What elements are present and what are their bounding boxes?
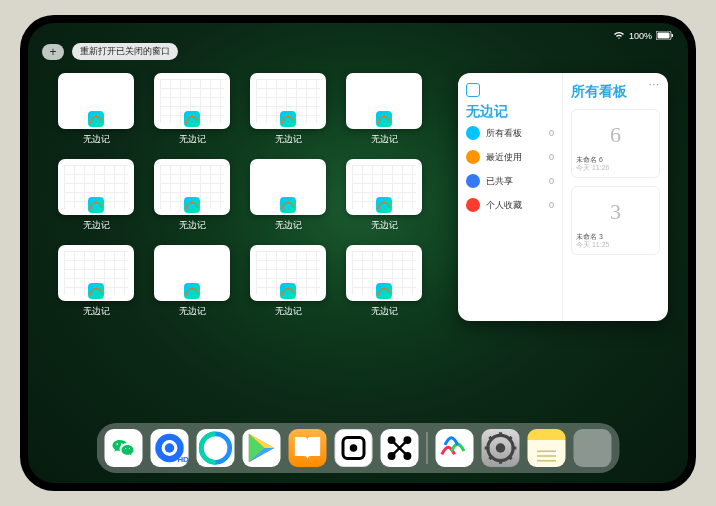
die-icon[interactable] [335, 429, 373, 467]
window-thumb[interactable]: 无边记 [58, 73, 134, 153]
freeform-panel[interactable]: ··· 无边记 所有看板0最近使用0已共享0个人收藏0 所有看板 6未命名 6今… [458, 73, 668, 321]
thumb-label: 无边记 [275, 305, 302, 318]
window-thumb[interactable]: 无边记 [250, 73, 326, 153]
connect-icon[interactable] [381, 429, 419, 467]
window-thumb[interactable]: 无边记 [250, 159, 326, 239]
panel-app-icon [466, 83, 480, 97]
thumb-label: 无边记 [83, 305, 110, 318]
sidebar-item-icon [466, 174, 480, 188]
qq-hd-icon[interactable]: HD [151, 429, 189, 467]
board-info: 未命名 3今天 11:25 [576, 233, 655, 250]
notes-icon[interactable] [528, 429, 566, 467]
freeform-icon [184, 111, 200, 127]
settings-icon[interactable] [482, 429, 520, 467]
panel-boards: 所有看板 6未命名 6今天 11:263未命名 3今天 11:25 [563, 73, 668, 321]
workspace: 无边记无边记无边记无边记无边记无边记无边记无边记无边记无边记无边记无边记 ···… [28, 69, 688, 413]
freeform-icon [88, 111, 104, 127]
thumb-label: 无边记 [179, 305, 206, 318]
svg-line-22 [508, 456, 511, 459]
sidebar-item-label: 个人收藏 [486, 199, 543, 212]
panel-more[interactable]: ··· [649, 79, 660, 90]
thumb-label: 无边记 [371, 305, 398, 318]
window-thumb[interactable]: 无边记 [58, 159, 134, 239]
sidebar-item-label: 已共享 [486, 175, 543, 188]
board-drawing: 3 [576, 191, 655, 233]
svg-rect-2 [672, 34, 674, 37]
sidebar-item-count: 0 [549, 128, 554, 138]
panel-right-title: 所有看板 [571, 83, 660, 101]
thumb-label: 无边记 [83, 133, 110, 146]
dock-separator [427, 432, 428, 464]
freeform-icon [280, 197, 296, 213]
sidebar-item-icon [466, 198, 480, 212]
add-button[interactable]: + [42, 44, 64, 60]
board-card[interactable]: 3未命名 3今天 11:25 [571, 186, 660, 255]
sidebar-item-count: 0 [549, 176, 554, 186]
freeform-icon [376, 111, 392, 127]
thumb-label: 无边记 [371, 133, 398, 146]
dock: HD [97, 423, 620, 473]
freeform-icon [88, 197, 104, 213]
wechat-icon[interactable] [105, 429, 143, 467]
panel-left-title: 无边记 [466, 103, 554, 121]
thumb-label: 无边记 [275, 219, 302, 232]
window-thumb[interactable]: 无边记 [154, 159, 230, 239]
app-library-icon[interactable] [574, 429, 612, 467]
svg-text:HD: HD [177, 455, 188, 464]
window-thumb[interactable]: 无边记 [250, 245, 326, 325]
freeform-icon [88, 283, 104, 299]
freeform-icon [376, 283, 392, 299]
screen: 100% + 重新打开已关闭的窗口 无边记无边记无边记无边记无边记无边记无边记无… [28, 23, 688, 483]
wifi-icon [613, 31, 625, 42]
svg-line-24 [508, 437, 511, 440]
panel-sidebar: 无边记 所有看板0最近使用0已共享0个人收藏0 [458, 73, 563, 321]
window-thumb[interactable]: 无边记 [346, 73, 422, 153]
freeform-icon [184, 197, 200, 213]
thumb-label: 无边记 [179, 219, 206, 232]
battery-icon [656, 31, 674, 42]
window-thumb[interactable]: 无边记 [154, 73, 230, 153]
sidebar-item-label: 最近使用 [486, 151, 543, 164]
topbar: + 重新打开已关闭的窗口 [42, 43, 178, 60]
sidebar-item[interactable]: 最近使用0 [466, 145, 554, 169]
thumb-label: 无边记 [371, 219, 398, 232]
thumb-label: 无边记 [179, 133, 206, 146]
books-icon[interactable] [289, 429, 327, 467]
battery-percent: 100% [629, 31, 652, 41]
sidebar-item-count: 0 [549, 152, 554, 162]
sidebar-item-count: 0 [549, 200, 554, 210]
svg-point-5 [165, 443, 175, 453]
svg-rect-1 [658, 32, 670, 38]
window-grid: 无边记无边记无边记无边记无边记无边记无边记无边记无边记无边记无边记无边记 [28, 69, 458, 413]
sidebar-item-icon [466, 126, 480, 140]
freeform-icon [280, 111, 296, 127]
board-drawing: 6 [576, 114, 655, 156]
thumb-label: 无边记 [275, 133, 302, 146]
window-thumb[interactable]: 无边记 [346, 245, 422, 325]
sidebar-item-label: 所有看板 [486, 127, 543, 140]
freeform-icon [376, 197, 392, 213]
freeform-icon[interactable] [436, 429, 474, 467]
svg-line-21 [489, 437, 492, 440]
ipad-device: 100% + 重新打开已关闭的窗口 无边记无边记无边记无边记无边记无边记无边记无… [20, 15, 696, 491]
reopen-closed-pill[interactable]: 重新打开已关闭的窗口 [72, 43, 178, 60]
sidebar-item[interactable]: 个人收藏0 [466, 193, 554, 217]
thumb-label: 无边记 [83, 219, 110, 232]
window-thumb[interactable]: 无边记 [346, 159, 422, 239]
freeform-icon [280, 283, 296, 299]
svg-line-23 [489, 456, 492, 459]
window-thumb[interactable]: 无边记 [154, 245, 230, 325]
svg-point-10 [350, 444, 358, 452]
sidebar-item[interactable]: 已共享0 [466, 169, 554, 193]
qq-browser-icon[interactable] [197, 429, 235, 467]
board-card[interactable]: 6未命名 6今天 11:26 [571, 109, 660, 178]
board-info: 未命名 6今天 11:26 [576, 156, 655, 173]
svg-point-16 [496, 443, 506, 453]
freeform-icon [184, 283, 200, 299]
sidebar-item-icon [466, 150, 480, 164]
sidebar-item[interactable]: 所有看板0 [466, 121, 554, 145]
play-icon[interactable] [243, 429, 281, 467]
window-thumb[interactable]: 无边记 [58, 245, 134, 325]
